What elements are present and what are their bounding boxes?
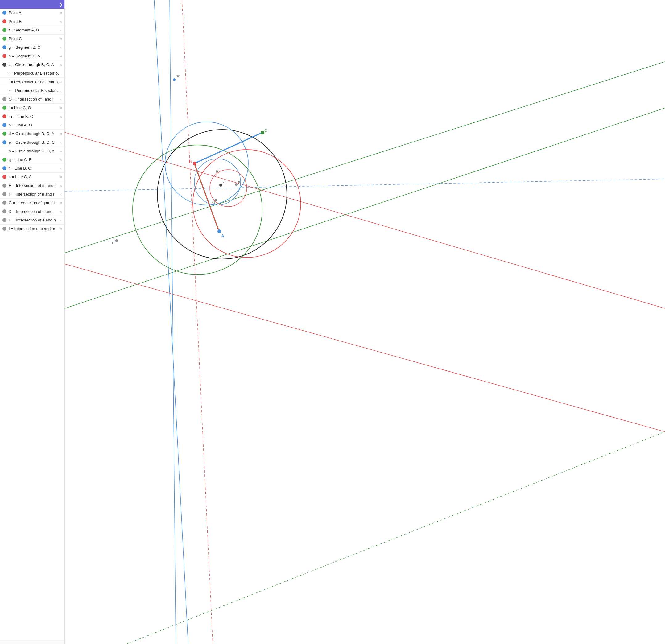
- item-label-point-b: Point B: [8, 19, 59, 24]
- sidebar-item-point-f[interactable]: F = Intersection of n and r×: [0, 190, 64, 198]
- item-close-seg-g[interactable]: ×: [59, 46, 63, 49]
- sidebar-item-circle-d[interactable]: d = Circle through B, O, A×: [0, 130, 64, 138]
- sidebar-item-point-e[interactable]: E = Intersection of m and s×: [0, 181, 64, 190]
- sidebar-item-point-i[interactable]: I = Intersection of p and m×: [0, 225, 64, 233]
- item-close-circle-d[interactable]: ×: [59, 132, 63, 136]
- item-close-point-h[interactable]: ×: [59, 219, 63, 222]
- item-dot-perp-j: [2, 80, 6, 84]
- item-dot-seg-f: [2, 28, 6, 32]
- sidebar-item-point-b[interactable]: Point B×: [0, 17, 64, 26]
- point-O-label: O: [223, 181, 226, 185]
- item-close-seg-f[interactable]: ×: [59, 29, 63, 32]
- item-close-point-o[interactable]: ×: [59, 97, 63, 101]
- sidebar-item-point-o[interactable]: O = Intersection of i and j×: [0, 95, 64, 103]
- item-label-line-l: l = Line C, O: [8, 106, 59, 110]
- sidebar-item-point-a[interactable]: Point A×: [0, 8, 64, 17]
- sidebar-item-circle-p[interactable]: p = Circle through C, O, A×: [0, 147, 64, 155]
- item-close-line-m[interactable]: ×: [59, 115, 63, 118]
- sidebar-item-seg-g[interactable]: g = Segment B, C×: [0, 43, 64, 52]
- item-close-seg-h[interactable]: ×: [59, 54, 63, 58]
- item-label-circle-d: d = Circle through B, O, A: [8, 131, 59, 136]
- sidebar-item-circle-c[interactable]: c = Circle through B, C, A×: [0, 60, 64, 69]
- sidebar-item-line-n[interactable]: n = Line A, O×: [0, 121, 64, 130]
- item-dot-circle-p: [2, 149, 6, 153]
- sidebar-item-seg-f[interactable]: f = Segment A, B×: [0, 26, 64, 35]
- sidebar-item-perp-i[interactable]: i = Perpendicular Bisector o…: [0, 69, 64, 78]
- point-A-label: A: [221, 234, 225, 239]
- item-label-point-o: O = Intersection of i and j: [8, 97, 59, 101]
- point-E-dot: [235, 183, 238, 186]
- sidebar-header: ❯: [0, 0, 64, 8]
- item-label-perp-i: i = Perpendicular Bisector o…: [8, 71, 63, 76]
- item-label-line-m: m = Line B, O: [8, 114, 59, 119]
- item-close-point-c[interactable]: ×: [59, 37, 63, 41]
- item-label-line-r: r = Line B, C: [8, 166, 59, 171]
- item-close-point-d[interactable]: ×: [59, 210, 63, 213]
- sidebar-item-point-c[interactable]: Point C×: [0, 35, 64, 43]
- sidebar-item-perp-j[interactable]: j = Perpendicular Bisector o…: [0, 78, 64, 87]
- point-E-label: E: [238, 180, 241, 185]
- item-close-point-b[interactable]: ×: [59, 20, 63, 23]
- item-dot-line-r: [2, 166, 6, 170]
- svg-rect-0: [65, 0, 665, 644]
- item-label-point-i: I = Intersection of p and m: [8, 226, 59, 231]
- item-dot-perp-k: [2, 89, 6, 93]
- sidebar-item-line-l[interactable]: l = Line C, O×: [0, 103, 64, 112]
- item-label-perp-k: k = Perpendicular Bisector c…: [8, 88, 63, 93]
- item-label-line-n: n = Line A, O: [8, 123, 59, 127]
- item-label-circle-e: e = Circle through B, O, C: [8, 140, 59, 145]
- item-label-perp-j: j = Perpendicular Bisector o…: [8, 80, 63, 84]
- point-B-dot: [193, 162, 196, 165]
- item-close-circle-c[interactable]: ×: [59, 63, 63, 67]
- item-dot-point-g: [2, 201, 6, 205]
- collapse-button[interactable]: ❯: [59, 2, 63, 7]
- sidebar-item-circle-e[interactable]: e = Circle through B, O, C×: [0, 138, 64, 147]
- item-dot-point-b: [2, 19, 6, 23]
- item-label-point-g: G = Intersection of q and l: [8, 201, 59, 205]
- sidebar-item-line-m[interactable]: m = Line B, O×: [0, 112, 64, 121]
- item-label-point-h: H = Intersection of e and n: [8, 218, 59, 222]
- item-dot-perp-i: [2, 71, 6, 75]
- sidebar-item-point-g[interactable]: G = Intersection of q and l×: [0, 198, 64, 207]
- item-close-point-e[interactable]: ×: [59, 184, 63, 188]
- sidebar-item-line-r[interactable]: r = Line B, C×: [0, 164, 64, 173]
- item-close-circle-e[interactable]: ×: [59, 141, 63, 144]
- item-close-line-q[interactable]: ×: [59, 158, 63, 162]
- point-F-dot: [215, 170, 218, 173]
- item-close-line-r[interactable]: ×: [59, 167, 63, 170]
- item-dot-seg-g: [2, 45, 6, 49]
- point-G-label: G: [212, 200, 215, 205]
- canvas-area[interactable]: ↺: [65, 0, 665, 644]
- item-label-seg-f: f = Segment A, B: [8, 28, 59, 32]
- sidebar-item-line-q[interactable]: q = Line A, B×: [0, 155, 64, 164]
- item-label-point-e: E = Intersection of m and s: [8, 183, 59, 188]
- item-close-line-s[interactable]: ×: [59, 175, 63, 179]
- item-label-point-c: Point C: [8, 36, 59, 41]
- sidebar-item-point-h[interactable]: H = Intersection of e and n×: [0, 216, 64, 225]
- item-close-point-i[interactable]: ×: [59, 227, 63, 231]
- sidebar-item-point-d[interactable]: D = Intersection of d and l×: [0, 207, 64, 216]
- item-dot-line-s: [2, 175, 6, 179]
- item-label-circle-c: c = Circle through B, C, A: [8, 62, 59, 67]
- item-dot-point-e: [2, 184, 6, 188]
- sidebar-item-seg-h[interactable]: h = Segment C, A×: [0, 52, 64, 60]
- item-label-line-q: q = Line A, B: [8, 157, 59, 162]
- sidebar-item-perp-k[interactable]: k = Perpendicular Bisector c…: [0, 87, 64, 95]
- point-H-label: H: [176, 75, 179, 79]
- item-dot-point-o: [2, 97, 6, 101]
- point-A-dot: [217, 229, 221, 233]
- item-close-point-f[interactable]: ×: [59, 192, 63, 196]
- item-close-line-l[interactable]: ×: [59, 106, 63, 110]
- geometry-canvas[interactable]: H B C A O F E G D: [65, 0, 665, 644]
- item-label-line-s: s = Line C, A: [8, 174, 59, 179]
- point-D-dot: [115, 239, 118, 242]
- item-dot-line-q: [2, 158, 6, 162]
- sidebar: ❯ Point A×Point B×f = Segment A, B×Point…: [0, 0, 65, 644]
- item-close-line-n[interactable]: ×: [59, 124, 63, 127]
- item-dot-point-h: [2, 218, 6, 222]
- item-close-circle-p[interactable]: ×: [59, 149, 63, 153]
- point-D-label: D: [112, 241, 114, 245]
- sidebar-item-line-s[interactable]: s = Line C, A×: [0, 173, 64, 181]
- item-close-point-g[interactable]: ×: [59, 201, 63, 205]
- item-close-point-a[interactable]: ×: [59, 11, 63, 15]
